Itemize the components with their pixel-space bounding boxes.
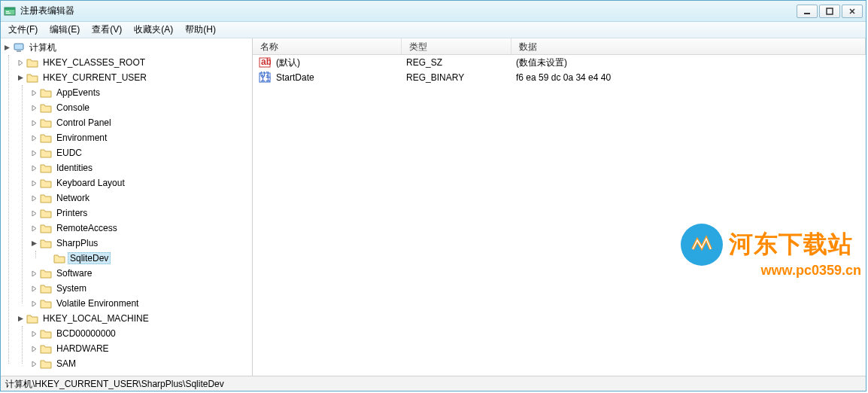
expand-icon[interactable] [29,209,38,218]
svg-text:ab: ab [261,56,271,67]
list-body[interactable]: ab(默认)REG_SZ(数值未设置)011110StartDateREG_BI… [253,55,866,376]
maximize-button[interactable] [819,5,840,18]
column-data[interactable]: 数据 [511,38,866,54]
tree-label: Environment [54,132,109,144]
expand-icon[interactable] [29,224,38,233]
tree-node[interactable]: SAM [29,356,252,371]
registry-tree: 计算机 HKEY_CLASSES_ROOT HKEY_CURRENT_USER … [1,38,252,373]
tree-node[interactable]: RemoteAccess [29,221,252,236]
tree-node[interactable]: AppEvents [29,85,252,100]
folder-icon [40,132,52,144]
folder-icon [40,343,52,355]
tree-node[interactable]: Software [29,266,252,281]
tree-pane[interactable]: 计算机 HKEY_CLASSES_ROOT HKEY_CURRENT_USER … [1,38,253,376]
tree-label: Identities [54,162,95,174]
tree-label: EUDC [54,147,84,159]
close-button[interactable] [842,5,863,18]
menu-edit[interactable]: 编辑(E) [44,22,86,38]
titlebar[interactable]: 注册表编辑器 [1,1,866,22]
tree-node[interactable]: BCD00000000 [29,326,252,341]
menu-favorites[interactable]: 收藏夹(A) [128,22,179,38]
expand-icon[interactable] [29,329,38,338]
watermark-text: 河东下载站 [729,228,853,261]
collapse-icon[interactable] [16,73,25,82]
folder-icon [26,56,38,69]
tree-node[interactable]: Console [29,100,252,115]
tree-node-hklm[interactable]: HKEY_LOCAL_MACHINE [16,311,252,326]
minimize-button[interactable] [797,5,818,18]
expand-icon[interactable] [29,88,38,97]
folder-icon [40,328,52,340]
folder-icon [40,237,52,249]
watermark-logo-icon [681,224,723,266]
folder-icon [40,162,52,174]
tree-node[interactable]: Identities [29,160,252,175]
menu-file[interactable]: 文件(F) [2,22,44,38]
folder-icon [40,207,52,219]
expand-icon[interactable] [29,103,38,112]
column-name[interactable]: 名称 [253,38,402,54]
tree-node[interactable]: HARDWARE [29,341,252,356]
list-row[interactable]: 011110StartDateREG_BINARYf6 ea 59 dc 0a … [253,70,866,85]
tree-node[interactable]: Volatile Environment [29,296,252,311]
column-type[interactable]: 类型 [402,38,511,54]
tree-label: Control Panel [54,117,114,129]
tree-node-hkcu[interactable]: HKEY_CURRENT_USER [16,70,252,85]
content: 计算机 HKEY_CLASSES_ROOT HKEY_CURRENT_USER … [1,38,866,376]
expand-icon[interactable] [29,359,38,368]
svg-rect-2 [6,11,9,12]
folder-icon [40,87,52,99]
expand-icon[interactable] [29,163,38,172]
tree-label: HKEY_CURRENT_USER [41,72,149,84]
expand-icon[interactable] [29,344,38,353]
svg-rect-4 [804,13,810,14]
value-data: (数值未设置) [516,56,567,69]
expand-icon[interactable] [29,148,38,157]
tree-node-computer[interactable]: 计算机 [2,40,252,55]
expand-icon[interactable] [29,133,38,142]
window: 注册表编辑器 文件(F) 编辑(E) 查看(V) 收藏夹(A) 帮助(H) 计算… [0,0,866,391]
tree-label: System [54,282,89,294]
tree-label: Software [54,267,94,279]
collapse-icon[interactable] [16,314,25,323]
menu-view[interactable]: 查看(V) [86,22,128,38]
svg-rect-7 [17,50,21,52]
expand-icon[interactable] [29,284,38,293]
tree-label: BCD00000000 [54,328,118,340]
window-controls [795,5,863,18]
collapse-icon[interactable] [29,239,38,248]
tree-label: AppEvents [54,87,102,99]
tree-label: HARDWARE [54,343,111,355]
tree-node[interactable]: Keyboard Layout [29,175,252,190]
tree-node[interactable]: System [29,281,252,296]
watermark: 河东下载站 www.pc0359.cn [681,224,861,279]
menubar: 文件(F) 编辑(E) 查看(V) 收藏夹(A) 帮助(H) [1,22,866,38]
window-title: 注册表编辑器 [20,5,795,17]
tree-label: Console [54,102,92,114]
tree-node-hkcr[interactable]: HKEY_CLASSES_ROOT [16,55,252,70]
svg-rect-3 [6,13,11,14]
expand-icon[interactable] [29,178,38,187]
folder-icon [40,297,52,309]
collapse-icon[interactable] [2,43,11,52]
statusbar: 计算机\HKEY_CURRENT_USER\SharpPlus\SqliteDe… [1,376,866,391]
folder-icon [40,102,52,114]
tree-node[interactable]: EUDC [29,145,252,160]
tree-node[interactable]: Control Panel [29,115,252,130]
binary-value-icon: 011110 [259,72,271,84]
tree-node[interactable]: Printers [29,206,252,221]
expand-icon[interactable] [29,193,38,203]
menu-help[interactable]: 帮助(H) [179,22,222,38]
expand-icon[interactable] [29,299,38,308]
tree-node[interactable]: Environment [29,130,252,145]
list-row[interactable]: ab(默认)REG_SZ(数值未设置) [253,55,866,70]
expand-icon[interactable] [29,269,38,278]
tree-node[interactable]: SharpPlus [29,236,252,251]
tree-node-sqlitedev[interactable]: SqliteDev [43,251,252,266]
expand-icon[interactable] [29,118,38,127]
expand-icon[interactable] [16,58,25,67]
tree-label: HKEY_CLASSES_ROOT [41,56,147,69]
value-data: f6 ea 59 dc 0a 34 e4 40 [516,72,611,83]
regedit-icon [4,5,16,17]
tree-node[interactable]: Network [29,190,252,206]
